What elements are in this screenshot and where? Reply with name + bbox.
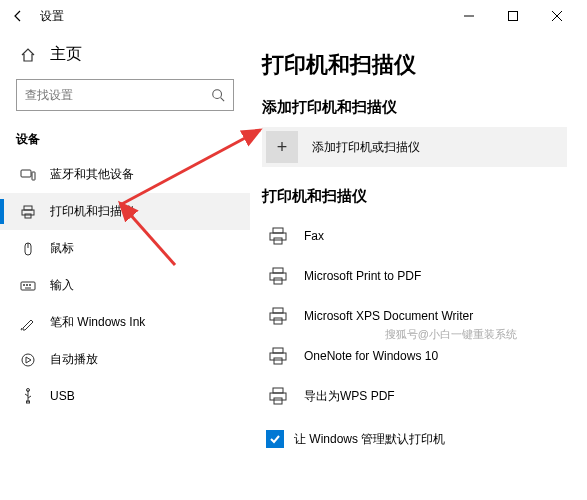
- svg-rect-26: [270, 273, 286, 280]
- svg-rect-6: [21, 170, 31, 177]
- window-title: 设置: [40, 8, 64, 25]
- mouse-icon: [20, 241, 36, 257]
- maximize-button[interactable]: [491, 0, 535, 32]
- search-input[interactable]: [25, 88, 211, 102]
- nav-label: 笔和 Windows Ink: [50, 314, 145, 331]
- nav-label: 输入: [50, 277, 74, 294]
- sidebar-item-mouse[interactable]: 鼠标: [0, 230, 250, 267]
- printers-section-header: 打印机和扫描仪: [262, 187, 567, 206]
- search-icon: [211, 88, 225, 102]
- svg-rect-33: [274, 358, 282, 364]
- nav-label: 鼠标: [50, 240, 74, 257]
- printer-icon: [266, 344, 290, 368]
- printer-icon: [266, 224, 290, 248]
- printer-label: Microsoft XPS Document Writer: [304, 309, 473, 323]
- page-title: 打印机和扫描仪: [262, 50, 567, 80]
- nav-label: USB: [50, 389, 75, 403]
- checkbox-label: 让 Windows 管理默认打印机: [294, 431, 445, 448]
- add-printer-label: 添加打印机或扫描仪: [312, 139, 420, 156]
- printer-item-pdf[interactable]: Microsoft Print to PDF: [262, 256, 567, 296]
- close-button[interactable]: [535, 0, 579, 32]
- plus-icon: +: [266, 131, 298, 163]
- svg-rect-36: [274, 398, 282, 404]
- svg-point-18: [22, 354, 34, 366]
- home-icon: [20, 47, 36, 63]
- home-nav[interactable]: 主页: [0, 36, 250, 75]
- add-printer-button[interactable]: + 添加打印机或扫描仪: [262, 127, 567, 167]
- sidebar-item-pen[interactable]: 笔和 Windows Ink: [0, 304, 250, 341]
- usb-icon: [20, 388, 36, 404]
- svg-rect-1: [509, 12, 518, 21]
- printer-icon: [266, 304, 290, 328]
- printer-label: 导出为WPS PDF: [304, 388, 395, 405]
- svg-rect-31: [273, 348, 283, 353]
- pen-icon: [20, 315, 36, 331]
- printer-icon: [266, 264, 290, 288]
- svg-rect-25: [273, 268, 283, 273]
- printer-icon: [20, 204, 36, 220]
- sidebar-item-usb[interactable]: USB: [0, 378, 250, 414]
- sidebar-item-printers[interactable]: 打印机和扫描仪: [0, 193, 250, 230]
- home-label: 主页: [50, 44, 82, 65]
- printer-item-wps[interactable]: 导出为WPS PDF: [262, 376, 567, 416]
- sidebar-section-title: 设备: [0, 121, 250, 156]
- checkbox-checked-icon[interactable]: [266, 430, 284, 448]
- add-section-header: 添加打印机和扫描仪: [262, 98, 567, 117]
- default-printer-checkbox-row[interactable]: 让 Windows 管理默认打印机: [262, 416, 567, 448]
- printer-item-fax[interactable]: Fax: [262, 216, 567, 256]
- svg-rect-22: [273, 228, 283, 233]
- printer-label: Fax: [304, 229, 324, 243]
- svg-rect-27: [274, 278, 282, 284]
- sidebar-item-typing[interactable]: 输入: [0, 267, 250, 304]
- svg-rect-24: [274, 238, 282, 244]
- back-button[interactable]: [8, 6, 28, 26]
- svg-rect-7: [32, 172, 35, 180]
- nav-label: 自动播放: [50, 351, 98, 368]
- svg-rect-32: [270, 353, 286, 360]
- printer-item-xps[interactable]: Microsoft XPS Document Writer: [262, 296, 567, 336]
- printer-label: Microsoft Print to PDF: [304, 269, 421, 283]
- svg-rect-35: [270, 393, 286, 400]
- sidebar-item-autoplay[interactable]: 自动播放: [0, 341, 250, 378]
- svg-line-5: [221, 98, 225, 102]
- svg-rect-23: [270, 233, 286, 240]
- nav-label: 打印机和扫描仪: [50, 203, 134, 220]
- svg-rect-13: [21, 282, 35, 290]
- search-box[interactable]: [16, 79, 234, 111]
- minimize-button[interactable]: [447, 0, 491, 32]
- printer-label: OneNote for Windows 10: [304, 349, 438, 363]
- sidebar: 主页 设备 蓝牙和其他设备 打印机和扫描仪 鼠标 输入: [0, 32, 250, 500]
- svg-rect-30: [274, 318, 282, 324]
- printer-item-onenote[interactable]: OneNote for Windows 10: [262, 336, 567, 376]
- sidebar-item-bluetooth[interactable]: 蓝牙和其他设备: [0, 156, 250, 193]
- svg-rect-29: [270, 313, 286, 320]
- keyboard-icon: [20, 278, 36, 294]
- autoplay-icon: [20, 352, 36, 368]
- svg-point-4: [213, 90, 222, 99]
- nav-label: 蓝牙和其他设备: [50, 166, 134, 183]
- main-content: 打印机和扫描仪 添加打印机和扫描仪 + 添加打印机或扫描仪 打印机和扫描仪 Fa…: [250, 32, 587, 500]
- svg-rect-28: [273, 308, 283, 313]
- devices-icon: [20, 167, 36, 183]
- svg-rect-34: [273, 388, 283, 393]
- printer-icon: [266, 384, 290, 408]
- svg-rect-8: [24, 206, 32, 210]
